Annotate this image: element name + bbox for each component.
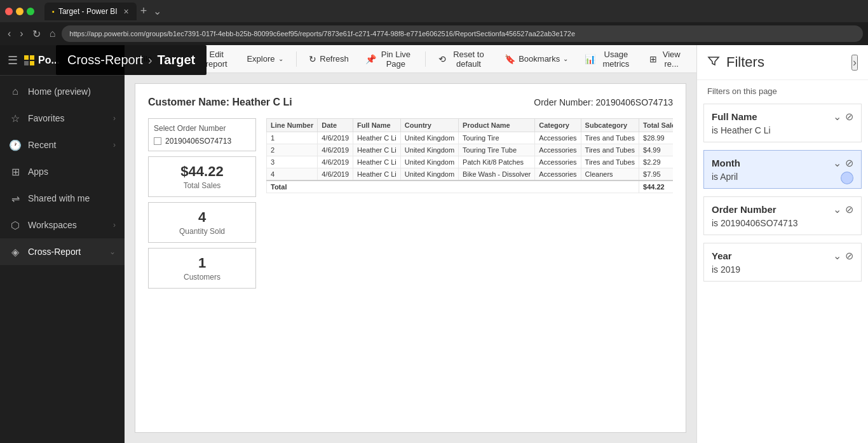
star-icon: ☆ bbox=[9, 112, 22, 125]
left-panel: Select Order Number 20190406SO74713 $44.… bbox=[148, 118, 256, 416]
table-row[interactable]: 1 4/6/2019 Heather C Li United Kingdom T… bbox=[267, 132, 674, 144]
table-row[interactable]: 4 4/6/2019 Heather C Li United Kingdom B… bbox=[267, 168, 674, 181]
window-close-btn[interactable] bbox=[5, 8, 13, 15]
reset-btn-label: Reset to default bbox=[449, 50, 488, 69]
order-checkbox[interactable] bbox=[154, 137, 161, 145]
refresh-btn[interactable]: ↻ Refresh bbox=[302, 51, 355, 67]
cell-name: Heather C Li bbox=[353, 156, 401, 168]
forward-btn[interactable]: › bbox=[17, 27, 25, 41]
filter-ordernumber-title: Order Number bbox=[712, 204, 776, 215]
filter-ordernumber-clear-btn[interactable]: ⊘ bbox=[845, 203, 853, 215]
sidebar-item-favorites[interactable]: ☆ Favorites › bbox=[0, 105, 125, 132]
workspace-icon: ⬡ bbox=[9, 219, 22, 231]
window-max-btn[interactable] bbox=[27, 8, 34, 15]
tab-close-btn[interactable]: × bbox=[124, 6, 129, 17]
bookmarks-btn[interactable]: 🔖 Bookmarks ⌄ bbox=[498, 51, 574, 67]
pin-live-page-btn-label: Pin Live Page bbox=[379, 50, 412, 69]
col-subcategory: Subcategory bbox=[581, 119, 639, 132]
cell-product: Patch Kit/8 Patches bbox=[459, 156, 535, 168]
filter-ordernumber-expand-btn[interactable]: ⌄ bbox=[833, 203, 841, 215]
report-card: Customer Name: Heather C Li Order Number… bbox=[135, 83, 686, 433]
filter-year-clear-btn[interactable]: ⊘ bbox=[845, 250, 853, 262]
table-row[interactable]: 3 4/6/2019 Heather C Li United Kingdom P… bbox=[267, 156, 674, 168]
reset-btn[interactable]: ⟲ Reset to default bbox=[432, 47, 494, 71]
cell-date: 4/6/2019 bbox=[318, 156, 353, 168]
reload-btn[interactable]: ↻ bbox=[30, 27, 43, 41]
right-panel: Line Number Date Full Name Country Produ… bbox=[266, 118, 673, 416]
quantity-sold-card: 4 Quantity Sold bbox=[148, 202, 256, 243]
cell-sales: $2.29 bbox=[639, 156, 673, 168]
filter-fullname-clear-btn[interactable]: ⊘ bbox=[845, 111, 853, 123]
total-sales-card: $44.22 Total Sales bbox=[148, 156, 256, 197]
total-sales-value: $44.22 bbox=[155, 163, 249, 180]
breadcrumb-separator: › bbox=[148, 53, 153, 67]
sidebar-item-home[interactable]: ⌂ Home (preview) bbox=[0, 78, 125, 105]
col-total-sales: Total Sales bbox=[639, 119, 673, 132]
filters-panel: Filters › Filters on this page Full Name… bbox=[696, 45, 868, 443]
pin-live-page-btn[interactable]: 📌 Pin Live Page bbox=[359, 47, 419, 71]
sidebar-item-workspaces-label: Workspaces bbox=[28, 220, 107, 230]
cell-country: United Kingdom bbox=[400, 132, 458, 144]
back-btn[interactable]: ‹ bbox=[5, 27, 13, 41]
filters-collapse-btn[interactable]: › bbox=[851, 55, 858, 71]
tab-powerbi-icon: ▪ bbox=[52, 8, 55, 15]
window-min-btn[interactable] bbox=[16, 8, 24, 15]
share-icon: ⇌ bbox=[9, 193, 22, 205]
filter-month-actions: ⌄ ⊘ bbox=[833, 157, 853, 169]
sidebar-item-recent[interactable]: 🕐 Recent › bbox=[0, 132, 125, 158]
sidebar-item-workspaces[interactable]: ⬡ Workspaces › bbox=[0, 212, 125, 238]
order-item[interactable]: 20190406SO74713 bbox=[154, 137, 250, 146]
filters-header: Filters › bbox=[697, 45, 868, 80]
filter-fullname-value: is Heather C Li bbox=[712, 125, 853, 135]
cell-country: United Kingdom bbox=[400, 168, 458, 181]
clock-icon: 🕐 bbox=[9, 139, 22, 151]
filter-year-title: Year bbox=[712, 250, 732, 261]
col-category: Category bbox=[535, 119, 581, 132]
more-tabs-btn[interactable]: ⌄ bbox=[151, 5, 164, 17]
cell-line: 1 bbox=[267, 132, 318, 144]
col-full-name: Full Name bbox=[353, 119, 401, 132]
breadcrumb-overlay: Cross-Report › Target bbox=[125, 45, 207, 75]
total-sales-label: Total Sales bbox=[155, 181, 249, 190]
new-tab-btn[interactable]: + bbox=[137, 4, 151, 18]
filter-ordernumber-header: Order Number ⌄ ⊘ bbox=[712, 203, 853, 215]
sidebar-item-shared[interactable]: ⇌ Shared with me bbox=[0, 185, 125, 212]
logo-sq-2 bbox=[30, 55, 34, 60]
cell-name: Heather C Li bbox=[353, 144, 401, 156]
bookmarks-chevron: ⌄ bbox=[563, 55, 568, 62]
filter-fullname-expand-btn[interactable]: ⌄ bbox=[833, 111, 841, 123]
col-line-number: Line Number bbox=[267, 119, 318, 132]
tab-bar: ▪ Target - Power BI × + ⌄ bbox=[44, 3, 863, 20]
sidebar-item-apps[interactable]: ⊞ Apps bbox=[0, 158, 125, 185]
chevron-right-icon-3: › bbox=[113, 221, 116, 229]
address-bar[interactable]: https://app.powerbi.com/groups/b1ec7391-… bbox=[62, 25, 863, 42]
filter-month-clear-btn[interactable]: ⊘ bbox=[845, 157, 853, 169]
sidebar: ☰ Po... ⌂ Home (preview) bbox=[0, 45, 125, 443]
content-area: Cross-Report › Target File View Edit rep… bbox=[125, 45, 696, 443]
usage-metrics-btn[interactable]: 📊 Usage metrics bbox=[578, 47, 639, 71]
sidebar-item-cross-report[interactable]: ◈ Cross-Report ⌄ bbox=[0, 238, 125, 265]
customers-value: 1 bbox=[155, 255, 249, 271]
home-btn[interactable]: ⌂ bbox=[47, 27, 58, 41]
url-text: https://app.powerbi.com/groups/b1ec7391-… bbox=[69, 30, 575, 37]
filter-month-expand-btn[interactable]: ⌄ bbox=[833, 157, 841, 169]
view-related-btn[interactable]: ⊞ View re... bbox=[643, 47, 689, 71]
usage-metrics-btn-label: Usage metrics bbox=[599, 50, 633, 69]
sidebar-item-favorites-label: Favorites bbox=[28, 113, 107, 123]
cell-name: Heather C Li bbox=[353, 132, 401, 144]
active-tab[interactable]: ▪ Target - Power BI × bbox=[44, 3, 137, 20]
filter-year-header: Year ⌄ ⊘ bbox=[712, 250, 853, 262]
pin-icon: 📌 bbox=[365, 54, 376, 64]
refresh-btn-label: Refresh bbox=[320, 54, 349, 64]
report-area: Customer Name: Heather C Li Order Number… bbox=[125, 73, 696, 443]
total-label: Total bbox=[267, 181, 639, 193]
cell-line: 4 bbox=[267, 168, 318, 181]
explore-btn[interactable]: Explore ⌄ bbox=[240, 51, 289, 66]
filter-year-expand-btn[interactable]: ⌄ bbox=[833, 250, 841, 262]
metrics-icon: 📊 bbox=[585, 54, 595, 64]
table-row[interactable]: 2 4/6/2019 Heather C Li United Kingdom T… bbox=[267, 144, 674, 156]
filter-fullname-actions: ⌄ ⊘ bbox=[833, 111, 853, 123]
apps-icon: ⊞ bbox=[9, 166, 22, 178]
hamburger-icon[interactable]: ☰ bbox=[8, 53, 18, 67]
report-header: Customer Name: Heather C Li Order Number… bbox=[148, 97, 673, 108]
